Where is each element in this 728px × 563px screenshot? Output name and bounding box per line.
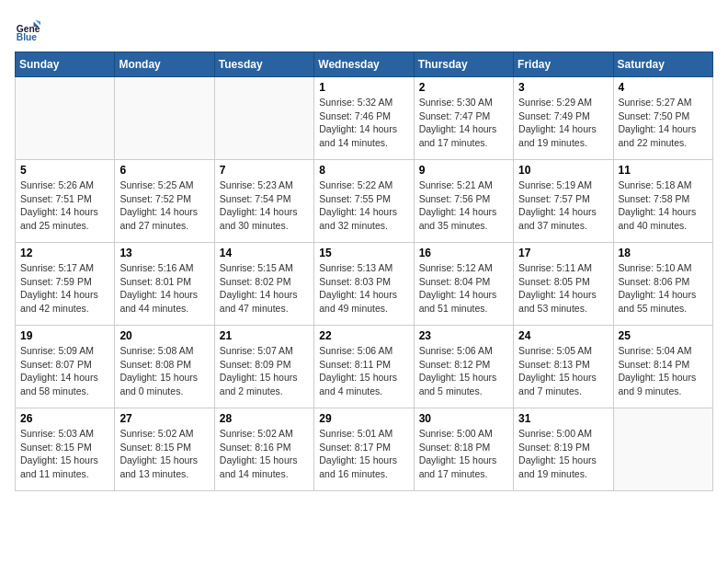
svg-text:Blue: Blue <box>17 32 38 40</box>
calendar-cell <box>115 77 214 160</box>
calendar-cell: 4Sunrise: 5:27 AM Sunset: 7:50 PM Daylig… <box>613 77 712 160</box>
day-info: Sunrise: 5:06 AM Sunset: 8:11 PM Dayligh… <box>319 344 408 398</box>
day-info: Sunrise: 5:02 AM Sunset: 8:15 PM Dayligh… <box>119 427 209 481</box>
day-number: 28 <box>220 412 309 425</box>
week-row-3: 12Sunrise: 5:17 AM Sunset: 7:59 PM Dayli… <box>16 243 713 326</box>
day-info: Sunrise: 5:03 AM Sunset: 8:15 PM Dayligh… <box>20 427 109 481</box>
day-info: Sunrise: 5:21 AM Sunset: 7:56 PM Dayligh… <box>419 178 508 233</box>
weekday-header-wednesday: Wednesday <box>314 52 414 77</box>
week-row-2: 5Sunrise: 5:26 AM Sunset: 7:51 PM Daylig… <box>16 160 713 243</box>
calendar-cell: 25Sunrise: 5:04 AM Sunset: 8:14 PM Dayli… <box>613 326 712 408</box>
weekday-header-saturday: Saturday <box>613 52 712 77</box>
calendar-cell: 30Sunrise: 5:00 AM Sunset: 8:18 PM Dayli… <box>414 408 513 491</box>
day-number: 18 <box>619 247 708 259</box>
day-info: Sunrise: 5:11 AM Sunset: 8:05 PM Dayligh… <box>518 261 608 316</box>
day-info: Sunrise: 5:22 AM Sunset: 7:55 PM Dayligh… <box>319 178 408 233</box>
calendar-cell: 9Sunrise: 5:21 AM Sunset: 7:56 PM Daylig… <box>414 160 513 243</box>
logo: General Blue <box>15 15 44 40</box>
calendar-cell: 24Sunrise: 5:05 AM Sunset: 8:13 PM Dayli… <box>514 326 613 408</box>
day-number: 1 <box>319 81 408 94</box>
calendar-cell: 27Sunrise: 5:02 AM Sunset: 8:15 PM Dayli… <box>115 408 214 491</box>
calendar-cell: 26Sunrise: 5:03 AM Sunset: 8:15 PM Dayli… <box>16 408 115 491</box>
day-info: Sunrise: 5:18 AM Sunset: 7:58 PM Dayligh… <box>619 178 708 233</box>
day-info: Sunrise: 5:07 AM Sunset: 8:09 PM Dayligh… <box>220 344 309 398</box>
day-info: Sunrise: 5:19 AM Sunset: 7:57 PM Dayligh… <box>518 178 608 233</box>
day-info: Sunrise: 5:32 AM Sunset: 7:46 PM Dayligh… <box>319 96 408 150</box>
week-row-1: 1Sunrise: 5:32 AM Sunset: 7:46 PM Daylig… <box>16 77 713 160</box>
weekday-header-row: SundayMondayTuesdayWednesdayThursdayFrid… <box>16 52 713 77</box>
day-info: Sunrise: 5:27 AM Sunset: 7:50 PM Dayligh… <box>619 96 708 150</box>
calendar-cell: 29Sunrise: 5:01 AM Sunset: 8:17 PM Dayli… <box>314 408 414 491</box>
day-info: Sunrise: 5:00 AM Sunset: 8:19 PM Dayligh… <box>518 427 608 481</box>
weekday-header-sunday: Sunday <box>16 52 115 77</box>
calendar-cell: 7Sunrise: 5:23 AM Sunset: 7:54 PM Daylig… <box>214 160 313 243</box>
day-info: Sunrise: 5:08 AM Sunset: 8:08 PM Dayligh… <box>119 344 209 398</box>
day-number: 3 <box>518 81 608 94</box>
page-header: General Blue <box>15 15 713 40</box>
day-number: 11 <box>619 164 708 177</box>
calendar-cell: 20Sunrise: 5:08 AM Sunset: 8:08 PM Dayli… <box>115 326 214 408</box>
week-row-4: 19Sunrise: 5:09 AM Sunset: 8:07 PM Dayli… <box>16 326 713 408</box>
day-number: 14 <box>220 247 309 259</box>
week-row-5: 26Sunrise: 5:03 AM Sunset: 8:15 PM Dayli… <box>16 408 713 491</box>
day-number: 22 <box>319 329 408 342</box>
day-number: 20 <box>119 329 209 342</box>
calendar-cell: 22Sunrise: 5:06 AM Sunset: 8:11 PM Dayli… <box>314 326 414 408</box>
day-info: Sunrise: 5:01 AM Sunset: 8:17 PM Dayligh… <box>319 427 408 481</box>
calendar-cell: 8Sunrise: 5:22 AM Sunset: 7:55 PM Daylig… <box>314 160 414 243</box>
day-number: 17 <box>518 247 608 259</box>
calendar-cell: 14Sunrise: 5:15 AM Sunset: 8:02 PM Dayli… <box>214 243 313 326</box>
calendar-cell <box>214 77 313 160</box>
calendar-cell <box>16 77 115 160</box>
day-info: Sunrise: 5:06 AM Sunset: 8:12 PM Dayligh… <box>419 344 508 398</box>
calendar-cell: 31Sunrise: 5:00 AM Sunset: 8:19 PM Dayli… <box>514 408 613 491</box>
day-number: 16 <box>419 247 508 259</box>
day-number: 12 <box>20 247 109 259</box>
calendar-cell: 15Sunrise: 5:13 AM Sunset: 8:03 PM Dayli… <box>314 243 414 326</box>
day-number: 13 <box>119 247 209 259</box>
day-number: 4 <box>619 81 708 94</box>
logo-icon: General Blue <box>15 15 40 40</box>
day-info: Sunrise: 5:16 AM Sunset: 8:01 PM Dayligh… <box>119 261 209 316</box>
day-info: Sunrise: 5:15 AM Sunset: 8:02 PM Dayligh… <box>220 261 309 316</box>
day-info: Sunrise: 5:23 AM Sunset: 7:54 PM Dayligh… <box>220 178 309 233</box>
day-info: Sunrise: 5:05 AM Sunset: 8:13 PM Dayligh… <box>518 344 608 398</box>
calendar-cell: 23Sunrise: 5:06 AM Sunset: 8:12 PM Dayli… <box>414 326 513 408</box>
calendar-cell: 3Sunrise: 5:29 AM Sunset: 7:49 PM Daylig… <box>514 77 613 160</box>
calendar-cell: 12Sunrise: 5:17 AM Sunset: 7:59 PM Dayli… <box>16 243 115 326</box>
day-number: 21 <box>220 329 309 342</box>
calendar-cell: 13Sunrise: 5:16 AM Sunset: 8:01 PM Dayli… <box>115 243 214 326</box>
calendar: SundayMondayTuesdayWednesdayThursdayFrid… <box>15 52 713 491</box>
day-number: 5 <box>20 164 109 177</box>
day-number: 24 <box>518 329 608 342</box>
day-number: 10 <box>518 164 608 177</box>
calendar-cell: 1Sunrise: 5:32 AM Sunset: 7:46 PM Daylig… <box>314 77 414 160</box>
day-info: Sunrise: 5:13 AM Sunset: 8:03 PM Dayligh… <box>319 261 408 316</box>
calendar-cell: 10Sunrise: 5:19 AM Sunset: 7:57 PM Dayli… <box>514 160 613 243</box>
weekday-header-monday: Monday <box>115 52 214 77</box>
day-number: 19 <box>20 329 109 342</box>
day-number: 26 <box>20 412 109 425</box>
day-info: Sunrise: 5:09 AM Sunset: 8:07 PM Dayligh… <box>20 344 109 398</box>
day-info: Sunrise: 5:17 AM Sunset: 7:59 PM Dayligh… <box>20 261 109 316</box>
day-number: 8 <box>319 164 408 177</box>
day-info: Sunrise: 5:10 AM Sunset: 8:06 PM Dayligh… <box>619 261 708 316</box>
day-info: Sunrise: 5:00 AM Sunset: 8:18 PM Dayligh… <box>419 427 508 481</box>
day-info: Sunrise: 5:12 AM Sunset: 8:04 PM Dayligh… <box>419 261 508 316</box>
day-number: 7 <box>220 164 309 177</box>
calendar-cell: 28Sunrise: 5:02 AM Sunset: 8:16 PM Dayli… <box>214 408 313 491</box>
day-info: Sunrise: 5:26 AM Sunset: 7:51 PM Dayligh… <box>20 178 109 233</box>
calendar-cell: 19Sunrise: 5:09 AM Sunset: 8:07 PM Dayli… <box>16 326 115 408</box>
day-number: 30 <box>419 412 508 425</box>
calendar-cell: 11Sunrise: 5:18 AM Sunset: 7:58 PM Dayli… <box>613 160 712 243</box>
day-number: 15 <box>319 247 408 259</box>
calendar-cell: 17Sunrise: 5:11 AM Sunset: 8:05 PM Dayli… <box>514 243 613 326</box>
calendar-cell: 21Sunrise: 5:07 AM Sunset: 8:09 PM Dayli… <box>214 326 313 408</box>
calendar-cell: 18Sunrise: 5:10 AM Sunset: 8:06 PM Dayli… <box>613 243 712 326</box>
day-number: 25 <box>619 329 708 342</box>
day-number: 29 <box>319 412 408 425</box>
day-number: 31 <box>518 412 608 425</box>
day-info: Sunrise: 5:29 AM Sunset: 7:49 PM Dayligh… <box>518 96 608 150</box>
weekday-header-thursday: Thursday <box>414 52 513 77</box>
day-info: Sunrise: 5:30 AM Sunset: 7:47 PM Dayligh… <box>419 96 508 150</box>
